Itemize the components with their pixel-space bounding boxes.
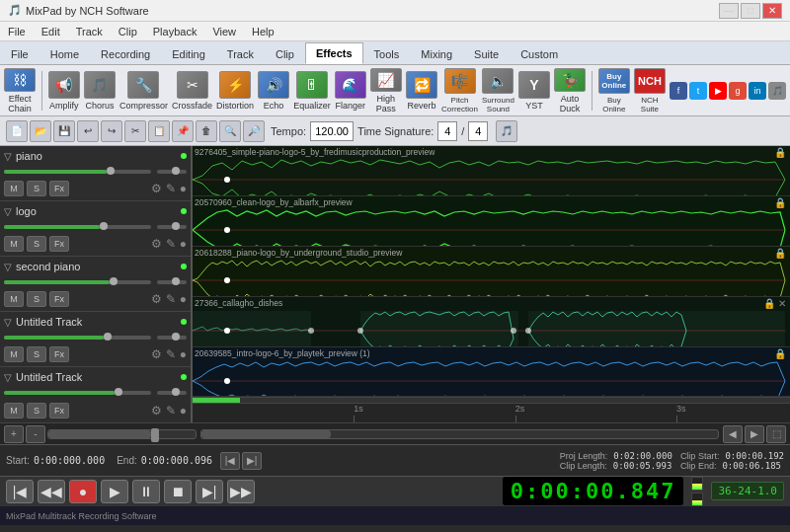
waveform-track-dishes[interactable]: 27366_callagho_dishes 🔒 ✕ [193,297,790,347]
track-untitled1-solo[interactable]: S [27,346,46,362]
track-untitled1-mute[interactable]: M [4,346,24,362]
tool-zoomin[interactable]: 🔍 [219,120,241,142]
track-secondpiano-edit[interactable]: ✎ [166,292,176,306]
tab-tools[interactable]: Tools [363,42,411,64]
track-secondpiano-pan-thumb[interactable] [172,277,180,285]
tab-effects[interactable]: Effects [305,42,363,64]
track-logo-vol-thumb[interactable] [100,222,108,230]
horizontal-scrollbar[interactable] [200,429,719,439]
btn-go-end[interactable]: ▶| [196,480,223,503]
menu-help[interactable]: Help [244,22,282,40]
goto-end-btn[interactable]: ▶| [242,452,262,470]
waveform-track-secondpiano[interactable]: 20618288_piano-logo_by_underground_studi… [193,247,790,297]
menu-track[interactable]: Track [68,22,111,40]
track-untitled1-pan-thumb[interactable] [172,333,180,341]
effect-equalizer[interactable]: 🎚 Equalizer [293,68,331,114]
tool-paste[interactable]: 📌 [172,120,194,142]
tool-redo[interactable]: ↪ [101,120,122,142]
zoom-out-btn[interactable]: - [26,425,45,443]
track-logo-edit-icon[interactable]: ✎ [166,237,176,251]
goto-start-btn[interactable]: |◀ [220,452,240,470]
track-secondpiano-arm[interactable]: ● [180,292,187,306]
tool-copy[interactable]: 📋 [148,120,170,142]
track-untitled2-solo[interactable]: S [27,403,46,418]
tab-custom[interactable]: Custom [510,42,569,64]
tool-open[interactable]: 📂 [30,120,51,142]
track-piano-arm-icon[interactable]: ● [180,182,187,195]
menu-view[interactable]: View [204,22,244,40]
tool-delete[interactable]: 🗑 [196,120,217,142]
btn-rewind[interactable]: ◀◀ [38,480,65,503]
track-piano-pan-thumb[interactable] [172,167,180,175]
menu-playback[interactable]: Playback [145,22,205,40]
effect-echo[interactable]: 🔊 Echo [258,68,289,114]
tab-file[interactable]: File [0,42,40,64]
track-piano-vol-thumb[interactable] [107,167,115,175]
track-untitled2-settings[interactable]: ⚙ [151,404,162,418]
track-logo-pan-thumb[interactable] [172,222,180,230]
menu-edit[interactable]: Edit [34,22,68,40]
track-untitled1-edit[interactable]: ✎ [166,347,176,361]
master-vol-slider[interactable] [47,429,197,439]
track-untitled2-fx[interactable]: Fx [49,403,69,418]
effect-crossfade[interactable]: ✂ Crossfade [172,68,212,114]
effect-flanger[interactable]: 🌊 Flanger [335,68,366,114]
effect-compressor[interactable]: 🔧 Compressor [119,68,168,114]
tempo-input[interactable] [310,121,354,141]
scroll-right-btn[interactable]: ▶ [745,425,764,443]
waveform-track-logo[interactable]: 20570960_clean-logo_by_albarfx_preview 🔒 [193,196,790,247]
waveform-track-piano[interactable]: 9276405_simple-piano-logo-5_by_fredimusi… [193,146,790,196]
track-untitled1-settings[interactable]: ⚙ [151,347,162,361]
tab-suite[interactable]: Suite [463,42,510,64]
effect-amplify[interactable]: 📢 Amplify [48,68,80,114]
track-untitled1-fx[interactable]: Fx [49,346,69,362]
track-secondpiano-fx[interactable]: Fx [49,291,69,307]
effect-autoduck[interactable]: 🦆 Auto Duck [554,68,586,114]
zoom-in-btn[interactable]: + [4,425,24,443]
track-logo-fx[interactable]: Fx [49,236,69,252]
effect-pitch[interactable]: 🎼 Pitch Correction [441,68,478,114]
effect-highpass[interactable]: 📈 High Pass [370,68,402,114]
track-untitled2-edit[interactable]: ✎ [166,404,176,418]
track-secondpiano-vol-thumb[interactable] [110,277,118,285]
btn-play[interactable]: ▶ [101,480,128,503]
btn-pause[interactable]: ⏸ [132,480,160,503]
effect-yst[interactable]: Y YST [518,68,550,114]
track-secondpiano-collapse[interactable]: ▽ [4,262,12,272]
timesig-denominator[interactable] [468,121,488,141]
effect-reverb[interactable]: 🔁 Reverb [406,68,437,114]
track-untitled1-vol-thumb[interactable] [104,333,112,341]
track-untitled1-arm[interactable]: ● [180,347,187,361]
tool-zoomout[interactable]: 🔎 [243,120,265,142]
effect-distortion[interactable]: ⚡ Distortion [216,68,254,114]
btn-record[interactable]: ● [69,480,97,503]
track-logo-solo[interactable]: S [27,236,46,252]
track-secondpiano-mute[interactable]: M [4,291,24,307]
tool-save[interactable]: 💾 [53,120,75,142]
social-youtube[interactable]: ▶ [709,82,727,100]
tab-recording[interactable]: Recording [90,42,161,64]
track-piano-settings-icon[interactable]: ✎ [166,182,176,195]
tab-track[interactable]: Track [216,42,265,64]
track-untitled2-vol-thumb[interactable] [115,388,122,396]
tab-mixing[interactable]: Mixing [410,42,463,64]
menu-file[interactable]: File [0,22,34,40]
track-piano-add-icon[interactable]: ⚙ [151,182,162,195]
track-piano-mute[interactable]: M [4,181,24,196]
maximize-button[interactable]: □ [741,3,760,19]
btn-fast-forward[interactable]: ▶▶ [227,480,255,503]
social-google[interactable]: g [729,82,747,100]
track-untitled2-arm[interactable]: ● [180,404,187,418]
social-linkedin[interactable]: in [749,82,766,100]
tool-undo[interactable]: ↩ [77,120,99,142]
track-piano-fx[interactable]: Fx [49,181,69,196]
tab-clip[interactable]: Clip [265,42,305,64]
timesig-numerator[interactable] [437,121,457,141]
master-vol-thumb[interactable] [151,428,159,442]
waveform-track-intro[interactable]: 20639585_intro-logo-6_by_playtek_preview… [193,347,790,398]
btn-stop[interactable]: ⏹ [164,480,192,503]
horizontal-scroll-thumb[interactable] [201,430,331,438]
track-logo-arm-icon[interactable]: ● [180,237,187,251]
social-facebook[interactable]: f [670,82,687,100]
effect-nchsuite[interactable]: NCH NCH Suite [634,68,666,114]
